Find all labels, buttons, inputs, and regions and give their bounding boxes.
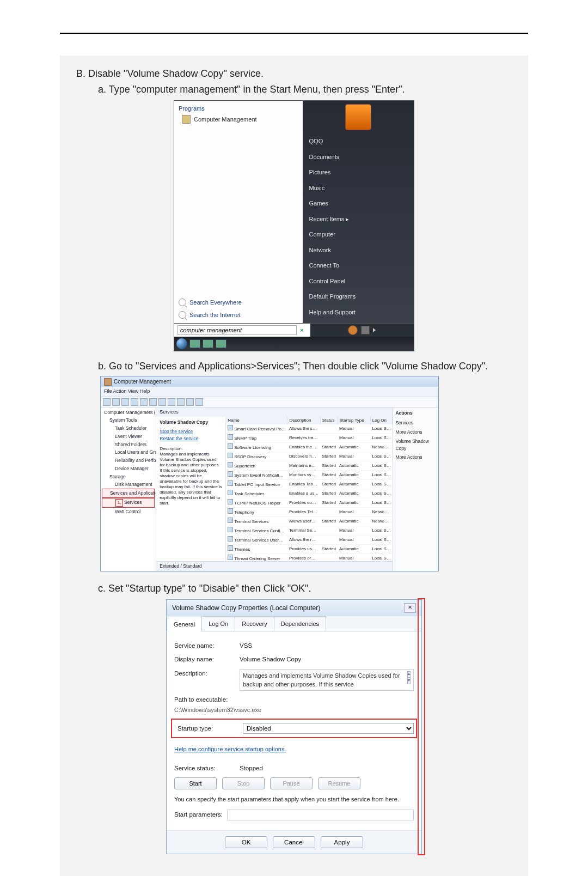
tab-recovery[interactable]: Recovery (235, 616, 274, 631)
lock-icon[interactable] (361, 326, 370, 334)
ok-button[interactable]: OK (225, 836, 267, 848)
services-header: Services (156, 407, 393, 417)
service-row[interactable]: TCP/IP NetBIOS HelperProvides su…Started… (226, 498, 393, 508)
start-menu-item[interactable]: Control Panel (307, 273, 409, 289)
service-row[interactable]: SSDP DiscoveryDiscovers n…StartedManualL… (226, 452, 393, 461)
actions-item[interactable]: Volume Shadow Copy (395, 437, 436, 453)
restart-service-link[interactable]: Restart the service (160, 435, 222, 442)
start-button[interactable]: Start (174, 777, 217, 789)
start-menu-item[interactable]: Connect To (307, 258, 409, 273)
start-orb-icon[interactable] (176, 338, 187, 349)
service-row[interactable]: Terminal Services User…Allows the r…Manu… (226, 536, 393, 545)
actions-item[interactable]: More Actions (395, 428, 436, 437)
service-icon (228, 545, 233, 551)
scroll-up-icon[interactable]: ▴ (407, 671, 411, 678)
start-params-hint: You can specify the start parameters tha… (174, 795, 414, 804)
service-row[interactable]: SNMP TrapReceives tra…ManualLocal S… (226, 434, 393, 443)
column-header[interactable]: Status (320, 417, 338, 424)
taskbar-icon[interactable] (189, 339, 200, 348)
tree-item[interactable]: Services and Applications (102, 489, 155, 498)
clear-search-icon[interactable]: × (297, 326, 307, 335)
search-everywhere-link[interactable]: Search Everywhere (179, 296, 298, 309)
stop-button[interactable]: Stop (222, 777, 265, 789)
pause-button[interactable]: Pause (270, 777, 313, 789)
start-menu-item[interactable]: Documents (307, 149, 409, 165)
scroll-down-icon[interactable]: ▾ (407, 678, 411, 684)
start-menu-item[interactable]: Network (307, 242, 409, 258)
tree-item[interactable]: Event Viewer (102, 433, 155, 441)
startup-type-select[interactable]: Disabled (243, 723, 414, 734)
callout-1: 1. (115, 499, 123, 507)
taskbar (174, 337, 414, 351)
apply-button[interactable]: Apply (321, 836, 363, 848)
tree-item[interactable]: Local Users and Groups (102, 448, 155, 457)
user-avatar[interactable] (345, 104, 371, 130)
tree-item[interactable]: Shared Folders (102, 441, 155, 449)
start-menu-item[interactable]: Computer (307, 227, 409, 242)
services-list[interactable]: NameDescriptionStatusStartup TypeLog On … (226, 417, 393, 561)
start-menu-item[interactable]: Help and Support (307, 305, 409, 320)
taskbar-icon[interactable] (216, 339, 226, 348)
start-params-input[interactable] (227, 810, 414, 820)
tree-item[interactable]: System Tools (102, 416, 155, 424)
services-mmc-screenshot: Computer Management File Action View Hel… (100, 376, 439, 571)
taskbar-icon[interactable] (203, 339, 213, 348)
start-search-input[interactable] (177, 325, 297, 335)
tree-item[interactable]: Task Scheduler (102, 424, 155, 433)
tree-root[interactable]: Computer Management (Local) (102, 409, 155, 417)
service-row[interactable]: Smart Card Removal Po…Allows the s…Manua… (226, 424, 393, 434)
column-header[interactable]: Startup Type (338, 417, 370, 424)
tree-item[interactable]: Storage (102, 473, 155, 481)
step-b: B. Disable "Volume Shadow Copy" service. (76, 66, 512, 81)
service-row[interactable]: Terminal ServicesAllows user…StartedAuto… (226, 517, 393, 526)
service-row[interactable]: SuperfetchMaintains a…StartedAutomaticLo… (226, 461, 393, 471)
service-row[interactable]: Tablet PC Input ServiceEnables Tab…Start… (226, 480, 393, 489)
tree-item[interactable]: Reliability and Perform… (102, 457, 155, 465)
search-icon (179, 311, 186, 319)
tab-general[interactable]: General (167, 617, 202, 632)
tree-item[interactable]: Disk Management (102, 480, 155, 489)
program-computer-management[interactable]: Computer Management (179, 113, 298, 126)
tree-item[interactable]: WMI Control (102, 508, 155, 516)
tree-item[interactable]: 1.Services (102, 498, 155, 508)
service-row[interactable]: ThemesProvides us…StartedAutomaticLocal … (226, 545, 393, 554)
help-startup-link[interactable]: Help me configure service startup option… (174, 745, 286, 754)
stop-service-link[interactable]: Stop the service (160, 428, 222, 435)
start-menu-item[interactable]: Pictures (307, 165, 409, 180)
mmc-toolbar[interactable] (101, 397, 438, 407)
service-row[interactable]: Software LicensingEnables the …StartedAu… (226, 443, 393, 452)
close-icon[interactable]: ✕ (404, 603, 416, 613)
service-icon (228, 425, 233, 430)
column-header[interactable]: Log On (370, 417, 393, 424)
mmc-status-bar[interactable]: Extended / Standard (156, 561, 393, 571)
mmc-tree[interactable]: Computer Management (Local) System Tools… (101, 407, 156, 571)
start-menu-screenshot: Programs Computer Management Search Ever… (174, 100, 414, 351)
start-menu-item[interactable]: Music (307, 180, 409, 196)
service-status-value: Stopped (240, 764, 414, 773)
resume-button[interactable]: Resume (318, 777, 360, 789)
service-icon (228, 555, 233, 560)
tab-logon[interactable]: Log On (201, 616, 235, 631)
tab-dependencies[interactable]: Dependencies (274, 616, 326, 631)
column-header[interactable]: Name (226, 417, 287, 424)
search-internet-link[interactable]: Search the Internet (179, 309, 298, 321)
start-menu-item[interactable]: Games (307, 196, 409, 211)
start-menu-item[interactable]: Recent Items ▸ (307, 211, 409, 227)
chevron-right-icon[interactable] (373, 328, 376, 332)
mmc-menu-bar[interactable]: File Action View Help (101, 387, 438, 397)
actions-item[interactable]: More Actions (395, 453, 436, 462)
cancel-button[interactable]: Cancel (273, 836, 315, 848)
actions-item[interactable]: Services (395, 418, 436, 428)
service-row[interactable]: System Event Notificati…Monitors sy…Star… (226, 471, 393, 480)
tree-item[interactable]: Device Manager (102, 465, 155, 473)
service-row[interactable]: Terminal Services Confi…Terminal Se…Manu… (226, 526, 393, 536)
service-row[interactable]: Thread Ordering ServerProvides or…Manual… (226, 554, 393, 561)
column-header[interactable]: Description (287, 417, 320, 424)
right-item[interactable]: QQQ (307, 133, 409, 149)
service-icon (228, 536, 233, 542)
programs-header: Programs (179, 104, 298, 113)
start-menu-item[interactable]: Default Programs (307, 289, 409, 305)
service-row[interactable]: TelephonyProvides Tel…ManualNetwo… (226, 508, 393, 517)
power-icon[interactable] (348, 325, 358, 335)
service-row[interactable]: Task SchedulerEnables a us…StartedAutoma… (226, 489, 393, 498)
